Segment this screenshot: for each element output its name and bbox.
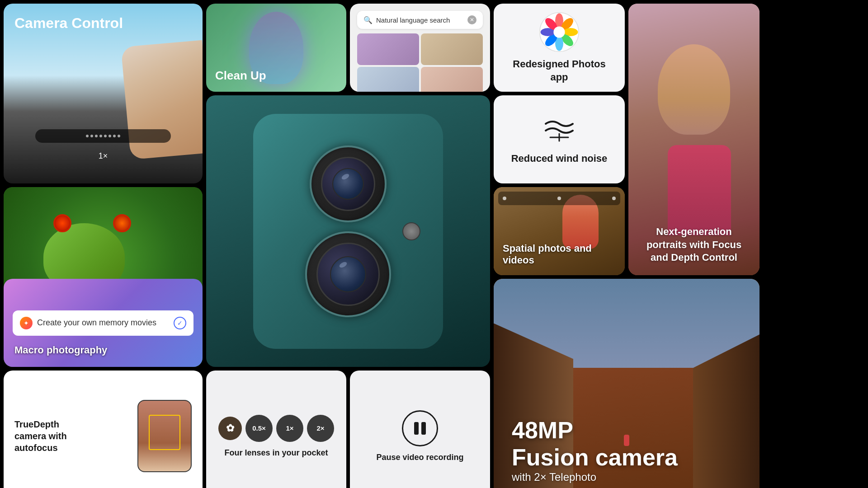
macro-lens-btn[interactable]: ✿ xyxy=(218,417,242,440)
four-lenses-tile: ✿ 0.5× 1× 2× Four lenses in your pocket xyxy=(206,371,346,488)
wind-noise-tile: Reduced wind noise xyxy=(494,95,625,183)
clean-up-tile: Clean Up xyxy=(206,4,346,92)
spatial-ui-overlay xyxy=(498,192,620,205)
portrait-shirt xyxy=(668,145,731,235)
flash-bump xyxy=(402,222,420,240)
photo-grid xyxy=(357,33,483,92)
portrait-face xyxy=(658,44,730,135)
natural-search-tile: 🔍 Natural language search ✕ xyxy=(350,4,490,92)
lens-inner xyxy=(332,168,364,200)
lens-bottom-highlight xyxy=(339,261,348,269)
clean-up-label: Clean Up xyxy=(215,69,266,83)
search-bar[interactable]: 🔍 Natural language search ✕ xyxy=(357,11,483,29)
search-text: Natural language search xyxy=(376,16,464,24)
ui-dot-2 xyxy=(557,197,561,200)
portraits-tile: Next-generation portraits with Focus and… xyxy=(628,4,760,275)
fusion-subtitle: with 2× Telephoto xyxy=(512,471,741,483)
pause-bar-left xyxy=(414,422,419,435)
svg-point-9 xyxy=(553,26,565,38)
lens-middle xyxy=(321,157,375,211)
half-lens-btn[interactable]: 0.5× xyxy=(245,415,273,442)
pause-bar-right xyxy=(421,422,426,435)
2x-lens-btn[interactable]: 2× xyxy=(307,415,334,442)
truedepth-label: TrueDepth camera with autofocus xyxy=(14,418,87,454)
lens-bottom xyxy=(305,231,391,317)
memory-text: Create your own memory movies xyxy=(37,318,169,328)
fusion-tile: 48MP Fusion camera with 2× Telephoto xyxy=(494,279,760,488)
main-grid: Camera Control 1× Clean Up 🔍 Natural lan… xyxy=(0,0,868,488)
memory-icon: ✦ xyxy=(20,317,33,329)
photos-app-label: Redesigned Photos app xyxy=(503,58,616,84)
pause-label: Pause video recording xyxy=(376,453,463,462)
zoom-level: 1× xyxy=(99,151,108,161)
ui-dot-3 xyxy=(612,197,616,200)
face-detection-box xyxy=(149,415,180,450)
pause-icon xyxy=(414,422,426,435)
photos-app-tile: Redesigned Photos app xyxy=(494,4,625,92)
photo-thumb-4 xyxy=(421,67,483,92)
pause-button[interactable] xyxy=(402,410,438,446)
phone-screen xyxy=(138,401,191,471)
photos-icon-svg xyxy=(539,12,580,52)
wind-icon xyxy=(543,115,575,147)
phone-mockup xyxy=(137,400,192,472)
lens-buttons: ✿ 0.5× 1× 2× xyxy=(218,415,334,442)
frog-eye-left xyxy=(53,214,71,232)
lens-bottom-middle xyxy=(316,243,380,306)
wind-noise-label: Reduced wind noise xyxy=(511,153,608,164)
photos-app-icon xyxy=(539,12,580,52)
camera-body xyxy=(253,114,443,349)
1x-lens-btn[interactable]: 1× xyxy=(276,415,303,442)
truedepth-tile: TrueDepth camera with autofocus xyxy=(4,371,203,488)
search-clear-button[interactable]: ✕ xyxy=(467,15,476,24)
photo-thumb-1 xyxy=(357,33,419,65)
macro-label: Macro photography xyxy=(14,344,192,356)
lens-top xyxy=(310,145,387,222)
camera-slider[interactable] xyxy=(35,129,171,143)
camera-control-tile: Camera Control 1× xyxy=(4,4,203,183)
search-icon: 🔍 xyxy=(363,16,373,24)
portraits-label: Next-generation portraits with Focus and… xyxy=(639,225,749,264)
spatial-tile: Spatial photos and videos xyxy=(494,187,625,275)
lens-bottom-inner xyxy=(330,256,366,292)
memory-input[interactable]: ✦ Create your own memory movies ✓ xyxy=(13,310,193,336)
four-lenses-label: Four lenses in your pocket xyxy=(224,448,328,458)
center-camera-tile xyxy=(206,95,490,367)
spatial-label: Spatial photos and videos xyxy=(503,243,616,266)
wind-svg xyxy=(543,115,575,142)
pause-tile: Pause video recording xyxy=(350,371,490,488)
photo-thumb-3 xyxy=(357,67,419,92)
camera-control-title: Camera Control xyxy=(14,14,192,32)
fusion-title-line1: 48MP xyxy=(512,417,741,444)
ui-dot-1 xyxy=(503,197,506,200)
fusion-title-line2: Fusion camera xyxy=(512,444,741,471)
lens-highlight xyxy=(341,173,350,181)
memory-check-icon[interactable]: ✓ xyxy=(174,317,186,329)
frog-eye-right xyxy=(113,214,131,232)
photo-thumb-2 xyxy=(421,33,483,65)
